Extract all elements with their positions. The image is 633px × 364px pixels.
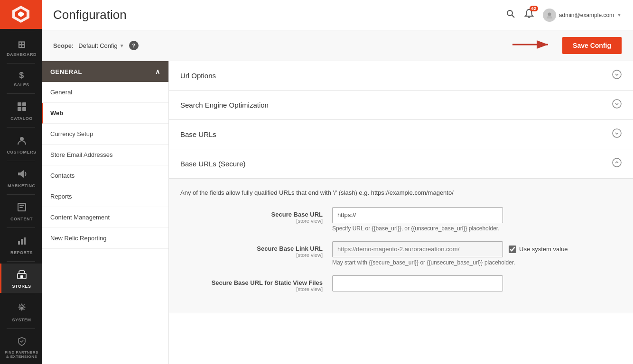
notifications-button[interactable]: 62 [524,9,534,21]
nav-item-reports[interactable]: Reports [42,186,168,207]
svg-rect-10 [19,205,24,206]
form-input-wrap [332,275,503,291]
form-row-secure-base-url: Secure Base URL [store view] Specify URL… [180,207,622,232]
sidebar-item-label: CUSTOMERS [7,150,37,155]
sidebar-item-marketing[interactable]: MARKETING [0,163,42,192]
sidebar-divider-6 [7,228,35,228]
accordion-header-seo[interactable]: Search Engine Optimization [169,91,633,119]
form-label: Secure Base URL for Static View Files [212,279,323,286]
secure-static-url-input[interactable] [332,275,503,291]
svg-marker-8 [18,170,24,178]
reports-icon [17,236,27,248]
marketing-icon [17,169,27,182]
sidebar-item-content[interactable]: CONTENT [0,196,42,226]
page-title: Configuration [53,8,127,22]
catalog-icon [17,101,27,114]
nav-section-label: GENERAL [50,68,82,75]
nav-item-general[interactable]: General [42,82,168,103]
sidebar-divider-5 [7,194,35,195]
sidebar-item-label: CONTENT [10,217,33,222]
notifications-badge: 62 [530,6,538,11]
sidebar-item-reports[interactable]: REPORTS [0,230,42,259]
accordion-toggle-url-options [612,70,622,82]
svg-rect-5 [18,107,21,111]
svg-point-7 [20,137,24,141]
accordion-title: Base URLs [180,130,216,138]
find-partners-icon [17,336,27,349]
form-label-col: Secure Base URL [store view] [180,207,332,224]
svg-point-18 [507,10,512,16]
sidebar-item-label: FIND PARTNERS & EXTENSIONS [3,351,40,359]
scope-bar: Scope: Default Config ▼ ? Save Config [42,30,633,61]
sidebar-divider-8 [7,295,35,295]
content-icon [17,202,27,215]
sidebar-item-system[interactable]: SYSTEM [0,297,42,327]
nav-item-currency-setup[interactable]: Currency Setup [42,124,168,145]
accordion-toggle-seo [612,99,622,111]
use-system-value-checkbox-label[interactable]: Use system value [509,246,568,253]
sidebar-item-label: REPORTS [10,250,33,255]
nav-item-new-relic[interactable]: New Relic Reporting [42,228,168,249]
sidebar-divider-9 [7,328,35,329]
main-area: Configuration 62 [42,0,633,364]
nav-section-chevron: ∧ [155,68,160,75]
form-input-col: Specify URL or {{base_url}}, or {{unsecu… [332,207,622,232]
sidebar-item-dashboard[interactable]: ⊞ DASHBOARD [0,33,42,61]
checkbox-label-text: Use system value [519,246,568,253]
sidebar-item-catalog[interactable]: CATALOG [0,96,42,125]
sidebar-item-find-partners[interactable]: FIND PARTNERS & EXTENSIONS [0,330,42,364]
nav-item-contacts[interactable]: Contacts [42,165,168,186]
accordion-title: Url Options [180,72,216,80]
use-system-value-checkbox[interactable] [509,246,516,253]
form-sublabel: [store view] [180,252,323,258]
accordion-header-base-urls-secure[interactable]: Base URLs (Secure) [169,149,633,178]
svg-rect-6 [22,107,26,111]
form-hint: Specify URL or {{base_url}}, or {{unsecu… [332,225,503,232]
form-sublabel: [store view] [180,286,323,292]
svg-point-22 [613,100,621,108]
save-config-button[interactable]: Save Config [562,37,622,54]
stores-icon [17,269,27,282]
nav-section-general[interactable]: GENERAL ∧ [42,61,168,82]
logo[interactable] [0,0,42,29]
dashboard-icon: ⊞ [18,39,26,50]
sidebar-item-stores[interactable]: STORES [0,264,42,293]
accordion-seo: Search Engine Optimization [169,91,633,120]
form-sublabel: [store view] [180,218,323,224]
svg-point-23 [613,129,621,137]
sidebar-item-label: STORES [12,284,31,289]
form-row-secure-link-url: Secure Base Link URL [store view] Use sy… [180,241,622,266]
svg-rect-4 [22,102,26,106]
sidebar-divider-2 [7,93,35,94]
scope-value: Default Config [78,42,117,49]
scope-help-button[interactable]: ? [129,41,139,50]
scope-selector[interactable]: Default Config ▼ [78,42,124,49]
sidebar-divider-4 [7,161,35,161]
sidebar-divider-7 [7,261,35,262]
user-email: admin@example.com [559,12,614,18]
customers-icon [17,135,27,148]
right-panel: Url Options Search Engine Optimization [169,61,633,364]
search-button[interactable] [506,9,515,21]
secure-base-url-input[interactable] [332,207,503,223]
accordion-base-urls: Base URLs [169,120,633,149]
svg-rect-16 [20,275,23,278]
sidebar-divider-3 [7,127,35,127]
secure-base-link-url-input[interactable] [332,241,503,257]
sidebar-item-label: DASHBOARD [7,52,37,57]
nav-item-web[interactable]: Web [42,103,168,124]
svg-point-24 [613,158,621,167]
form-label-col: Secure Base URL for Static View Files [s… [180,275,332,292]
svg-rect-14 [24,237,26,245]
accordion-header-url-options[interactable]: Url Options [169,61,633,90]
user-menu[interactable]: admin@example.com ▼ [543,9,622,22]
form-input-wrap: Use system value May start with {{secure… [332,241,568,266]
nav-item-content-management[interactable]: Content Management [42,207,168,228]
nav-item-store-email[interactable]: Store Email Addresses [42,145,168,165]
sidebar-item-customers[interactable]: CUSTOMERS [0,129,42,159]
accordion-header-base-urls[interactable]: Base URLs [169,120,633,149]
form-label-col: Secure Base Link URL [store view] [180,241,332,258]
system-icon [17,303,27,316]
sidebar-item-sales[interactable]: $ SALES [0,65,42,91]
user-avatar [543,9,556,22]
